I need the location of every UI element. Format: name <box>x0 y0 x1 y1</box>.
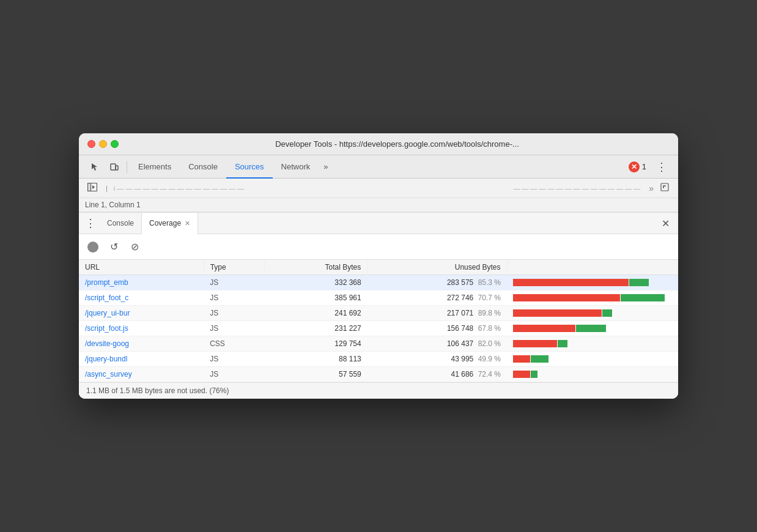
svg-rect-5 <box>661 183 668 191</box>
cell-unused-bytes: 217 071 89.8 % <box>367 306 507 321</box>
cell-unused-bytes: 156 748 67.8 % <box>367 321 507 336</box>
status-bar: Line 1, Column 1 <box>79 198 678 212</box>
bar-unused-segment <box>513 371 530 378</box>
expand-icon[interactable] <box>657 181 672 195</box>
devtools-window: Developer Tools - https://developers.goo… <box>79 133 678 399</box>
drawer-menu-button[interactable]: ⋮ <box>85 216 100 230</box>
coverage-toolbar: ↺ ⊘ <box>79 234 678 260</box>
close-button[interactable] <box>87 140 95 148</box>
cell-total-bytes: 332 368 <box>264 275 367 290</box>
cell-bar <box>507 367 678 382</box>
cell-type: JS <box>204 367 264 382</box>
bar-used-segment <box>629 279 649 286</box>
error-count: 1 <box>642 162 646 171</box>
bar-unused-segment <box>513 294 620 301</box>
cell-unused-bytes: 41 686 72.4 % <box>367 367 507 382</box>
tab-elements[interactable]: Elements <box>130 155 180 179</box>
cell-total-bytes: 241 692 <box>264 306 367 321</box>
cell-total-bytes: 88 113 <box>264 352 367 367</box>
col-header-url[interactable]: URL <box>79 260 204 275</box>
coverage-bar <box>513 371 672 378</box>
sources-toolbar: | i — — — — — — — — — — — — — — — — — — … <box>79 179 678 198</box>
col-header-total[interactable]: Total Bytes <box>264 260 367 275</box>
minimize-button[interactable] <box>99 140 107 148</box>
coverage-bar <box>513 294 672 301</box>
coverage-bar <box>513 279 672 286</box>
drawer-tab-console[interactable]: Console <box>100 213 141 234</box>
more-menu-button[interactable]: ⋮ <box>651 160 672 174</box>
bar-unused-segment <box>513 325 575 332</box>
table-row[interactable]: /script_foot.jsJS231 227156 748 67.8 % <box>79 321 678 336</box>
tab-console[interactable]: Console <box>180 155 226 179</box>
table-row[interactable]: /script_foot_cJS385 961272 746 70.7 % <box>79 290 678 306</box>
tab-sources[interactable]: Sources <box>226 155 273 179</box>
cell-url[interactable]: /script_foot.js <box>79 321 204 336</box>
cell-bar <box>507 321 678 336</box>
error-icon: ✕ <box>629 161 640 172</box>
tab-more[interactable]: » <box>319 162 333 171</box>
table-row[interactable]: /jquery_ui-burJS241 692217 071 89.8 % <box>79 306 678 321</box>
cell-total-bytes: 231 227 <box>264 321 367 336</box>
bar-unused-segment <box>513 355 530 363</box>
reload-button[interactable]: ↺ <box>107 240 120 254</box>
device-icon[interactable] <box>105 162 124 172</box>
drawer: ⋮ Console Coverage ✕ ✕ ↺ ⊘ UR <box>79 212 678 399</box>
cursor-icon[interactable] <box>85 162 105 172</box>
cell-unused-bytes: 272 746 70.7 % <box>367 290 507 306</box>
coverage-table: URL Type Total Bytes Unused Bytes /promp… <box>79 260 678 382</box>
col-header-bar <box>507 260 678 275</box>
tab-separator-1 <box>127 161 127 173</box>
table-row[interactable]: /prompt_embJS332 368283 575 85.3 % <box>79 275 678 290</box>
cell-type: JS <box>204 306 264 321</box>
cell-url[interactable]: /devsite-goog <box>79 336 204 352</box>
cell-url[interactable]: /jquery_ui-bur <box>79 306 204 321</box>
cell-bar <box>507 290 678 306</box>
bar-used-segment <box>531 355 548 363</box>
cell-type: CSS <box>204 336 264 352</box>
coverage-bar <box>513 340 672 347</box>
drawer-tab-coverage[interactable]: Coverage ✕ <box>141 213 198 234</box>
cell-total-bytes: 385 961 <box>264 290 367 306</box>
coverage-footer: 1.1 MB of 1.5 MB bytes are not used. (76… <box>79 382 678 399</box>
bar-unused-segment <box>513 309 602 317</box>
bar-used-segment <box>558 340 567 347</box>
cell-unused-bytes: 43 995 49.9 % <box>367 352 507 367</box>
coverage-tab-close[interactable]: ✕ <box>185 220 190 227</box>
record-icon <box>87 242 98 253</box>
cell-type: JS <box>204 321 264 336</box>
cell-bar <box>507 306 678 321</box>
drawer-close-button[interactable]: ✕ <box>659 218 672 229</box>
cell-unused-bytes: 106 437 82.0 % <box>367 336 507 352</box>
cell-url[interactable]: /jquery-bundl <box>79 352 204 367</box>
cell-type: JS <box>204 290 264 306</box>
error-badge: ✕ 1 <box>624 161 651 172</box>
cell-url[interactable]: /script_foot_c <box>79 290 204 306</box>
coverage-bar <box>513 309 672 317</box>
maximize-button[interactable] <box>111 140 119 148</box>
cell-url[interactable]: /prompt_emb <box>79 275 204 290</box>
cell-total-bytes: 57 559 <box>264 367 367 382</box>
table-row[interactable]: /async_surveyJS57 55941 686 72.4 % <box>79 367 678 382</box>
cursor-position: Line 1, Column 1 <box>85 201 141 209</box>
table-row[interactable]: /devsite-googCSS129 754106 437 82.0 % <box>79 336 678 352</box>
window-title: Developer Tools - https://developers.goo… <box>125 139 670 149</box>
tab-network[interactable]: Network <box>273 155 319 179</box>
clear-button[interactable]: ⊘ <box>128 240 141 254</box>
drawer-tabbar: ⋮ Console Coverage ✕ ✕ <box>79 213 678 234</box>
table-row[interactable]: /jquery-bundlJS88 11343 995 49.9 % <box>79 352 678 367</box>
col-header-type[interactable]: Type <box>204 260 264 275</box>
bar-used-segment <box>621 294 665 301</box>
coverage-table-container: URL Type Total Bytes Unused Bytes /promp… <box>79 260 678 382</box>
toggle-sidebar-icon[interactable] <box>85 182 100 194</box>
footer-text: 1.1 MB of 1.5 MB bytes are not used. (76… <box>86 386 229 395</box>
traffic-lights <box>87 140 119 148</box>
cell-url[interactable]: /async_survey <box>79 367 204 382</box>
cell-bar <box>507 275 678 290</box>
main-tabbar: Elements Console Sources Network » ✕ 1 ⋮ <box>79 155 678 179</box>
col-header-unused[interactable]: Unused Bytes <box>367 260 507 275</box>
bar-unused-segment <box>513 279 629 286</box>
table-header-row: URL Type Total Bytes Unused Bytes <box>79 260 678 275</box>
svg-rect-3 <box>88 183 91 191</box>
coverage-bar <box>513 355 672 363</box>
record-button[interactable] <box>86 240 100 254</box>
